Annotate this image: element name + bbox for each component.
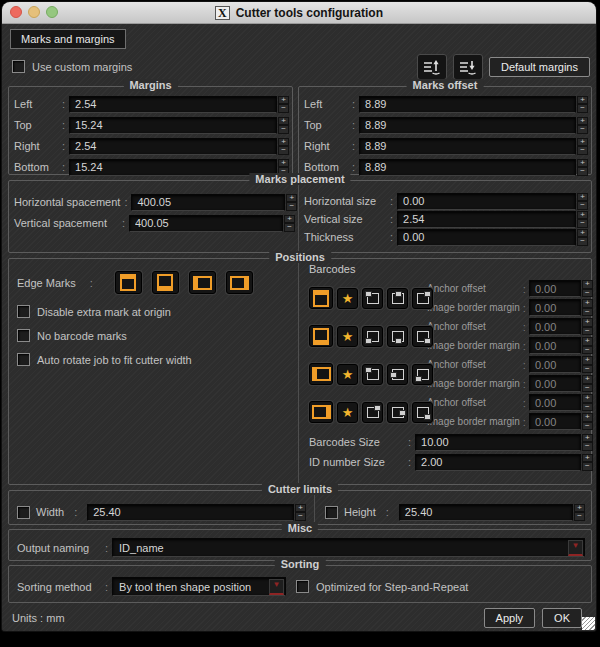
increment-button[interactable]: + bbox=[582, 375, 593, 384]
barcode-top-center-anchor-button[interactable] bbox=[387, 288, 408, 309]
barcode-top-default-button[interactable]: ★ bbox=[337, 288, 358, 309]
increment-button[interactable]: + bbox=[577, 96, 588, 105]
barcode-bottom-default-button[interactable]: ★ bbox=[337, 326, 358, 347]
decrement-button[interactable]: − bbox=[577, 237, 588, 246]
use-custom-margins-checkbox[interactable] bbox=[12, 60, 25, 73]
increment-button[interactable]: + bbox=[577, 193, 588, 202]
no-barcode-marks-checkbox[interactable] bbox=[17, 329, 30, 342]
height-limit-checkbox[interactable] bbox=[325, 506, 338, 519]
sorting-method-combobox[interactable]: By tool then shape position ▼ bbox=[112, 577, 286, 596]
decrement-button[interactable]: − bbox=[582, 403, 593, 412]
optimized-step-and-repeat-checkbox[interactable] bbox=[296, 580, 309, 593]
margin-top-input[interactable] bbox=[69, 117, 277, 134]
increment-button[interactable]: + bbox=[582, 337, 593, 346]
auto-rotate-job-checkbox[interactable] bbox=[17, 353, 30, 366]
tab-marks-and-margins[interactable]: Marks and margins bbox=[10, 29, 126, 49]
disable-extra-mark-checkbox[interactable] bbox=[17, 305, 30, 318]
decrement-button[interactable]: − bbox=[582, 327, 593, 336]
edge-mark-right-button[interactable] bbox=[226, 271, 253, 294]
offset-bottom-stepper[interactable]: +− bbox=[577, 159, 588, 176]
increment-button[interactable]: + bbox=[582, 394, 593, 403]
margin-right-stepper[interactable]: +− bbox=[278, 138, 289, 155]
decrement-button[interactable]: − bbox=[295, 512, 306, 521]
offset-top-stepper[interactable]: +− bbox=[577, 117, 588, 134]
image-border-margin-stepper-2[interactable]: +− bbox=[582, 337, 593, 354]
barcode-edge-bottom-button[interactable] bbox=[309, 325, 333, 347]
decrement-button[interactable]: − bbox=[286, 202, 297, 211]
vertical-size-input[interactable] bbox=[397, 211, 576, 228]
id-number-size-stepper[interactable]: +− bbox=[582, 454, 593, 471]
close-button[interactable] bbox=[10, 6, 22, 18]
horizontal-size-input[interactable] bbox=[397, 193, 576, 210]
decrement-button[interactable]: − bbox=[582, 384, 593, 393]
barcode-edge-right-button[interactable] bbox=[309, 401, 333, 423]
apply-button[interactable]: Apply bbox=[484, 608, 536, 628]
image-border-margin-stepper-3[interactable]: +− bbox=[582, 375, 593, 392]
margin-left-input[interactable] bbox=[69, 96, 277, 113]
margin-top-stepper[interactable]: +− bbox=[278, 117, 289, 134]
decrement-button[interactable]: − bbox=[577, 201, 588, 210]
increment-button[interactable]: + bbox=[582, 299, 593, 308]
height-limit-input[interactable] bbox=[399, 504, 573, 521]
decrement-button[interactable]: − bbox=[577, 104, 588, 113]
anchor-offset-stepper-1[interactable]: +− bbox=[582, 280, 593, 297]
increment-button[interactable]: + bbox=[577, 117, 588, 126]
barcode-right-bottom-anchor-button[interactable] bbox=[412, 402, 433, 423]
decrement-button[interactable]: − bbox=[577, 167, 588, 176]
increment-button[interactable]: + bbox=[582, 356, 593, 365]
barcode-left-bottom-anchor-button[interactable] bbox=[412, 364, 433, 385]
offset-bottom-input[interactable] bbox=[359, 159, 576, 176]
image-border-margin-stepper-1[interactable]: +− bbox=[582, 299, 593, 316]
decrement-button[interactable]: − bbox=[582, 365, 593, 374]
decrement-button[interactable]: − bbox=[278, 125, 289, 134]
offset-left-stepper[interactable]: +− bbox=[577, 96, 588, 113]
decrement-button[interactable]: − bbox=[582, 308, 593, 317]
increment-button[interactable]: + bbox=[582, 318, 593, 327]
decrement-button[interactable]: − bbox=[582, 346, 593, 355]
decrement-button[interactable]: − bbox=[582, 462, 593, 471]
barcode-right-default-button[interactable]: ★ bbox=[337, 402, 358, 423]
id-number-size-input[interactable] bbox=[415, 454, 581, 471]
barcode-left-default-button[interactable]: ★ bbox=[337, 364, 358, 385]
increment-button[interactable]: + bbox=[582, 434, 593, 443]
decrement-button[interactable]: − bbox=[278, 146, 289, 155]
minimize-button[interactable] bbox=[28, 6, 40, 18]
decrement-button[interactable]: − bbox=[582, 422, 593, 431]
increment-button[interactable]: + bbox=[278, 159, 289, 168]
height-limit-stepper[interactable]: +− bbox=[574, 504, 585, 521]
increment-button[interactable]: + bbox=[295, 504, 306, 513]
width-limit-stepper[interactable]: +− bbox=[295, 504, 306, 521]
increment-button[interactable]: + bbox=[278, 96, 289, 105]
barcode-left-center-anchor-button[interactable] bbox=[387, 364, 408, 385]
barcodes-size-input[interactable] bbox=[415, 434, 581, 451]
increment-button[interactable]: + bbox=[582, 413, 593, 422]
increment-button[interactable]: + bbox=[574, 504, 585, 513]
horizontal-size-stepper[interactable]: +− bbox=[577, 193, 588, 210]
horizontal-spacement-input[interactable] bbox=[131, 194, 285, 211]
output-naming-combobox[interactable]: ID_name ▼ bbox=[112, 538, 585, 557]
increment-button[interactable]: + bbox=[286, 194, 297, 203]
offset-right-input[interactable] bbox=[359, 138, 576, 155]
vertical-size-stepper[interactable]: +− bbox=[577, 211, 588, 228]
title-bar[interactable]: X Cutter tools configuration bbox=[2, 2, 596, 24]
margin-bottom-input[interactable] bbox=[69, 159, 277, 176]
zoom-button[interactable] bbox=[46, 6, 58, 18]
image-border-margin-stepper-4[interactable]: +− bbox=[582, 413, 593, 430]
resize-grip[interactable] bbox=[582, 617, 595, 630]
save-margins-preset-button[interactable] bbox=[417, 54, 447, 80]
vertical-spacement-input[interactable] bbox=[129, 215, 283, 232]
thickness-input[interactable] bbox=[397, 229, 576, 246]
width-limit-input[interactable] bbox=[87, 504, 294, 521]
offset-left-input[interactable] bbox=[359, 96, 576, 113]
chevron-down-icon[interactable]: ▼ bbox=[269, 579, 284, 595]
vertical-spacement-stepper[interactable]: +− bbox=[284, 215, 295, 232]
increment-button[interactable]: + bbox=[577, 211, 588, 220]
barcode-bottom-right-anchor-button[interactable] bbox=[412, 326, 433, 347]
edge-mark-left-button[interactable] bbox=[189, 271, 216, 294]
decrement-button[interactable]: − bbox=[577, 219, 588, 228]
decrement-button[interactable]: − bbox=[582, 442, 593, 451]
anchor-offset-stepper-3[interactable]: +− bbox=[582, 356, 593, 373]
increment-button[interactable]: + bbox=[278, 138, 289, 147]
width-limit-checkbox[interactable] bbox=[17, 506, 30, 519]
barcode-left-top-anchor-button[interactable] bbox=[362, 364, 383, 385]
